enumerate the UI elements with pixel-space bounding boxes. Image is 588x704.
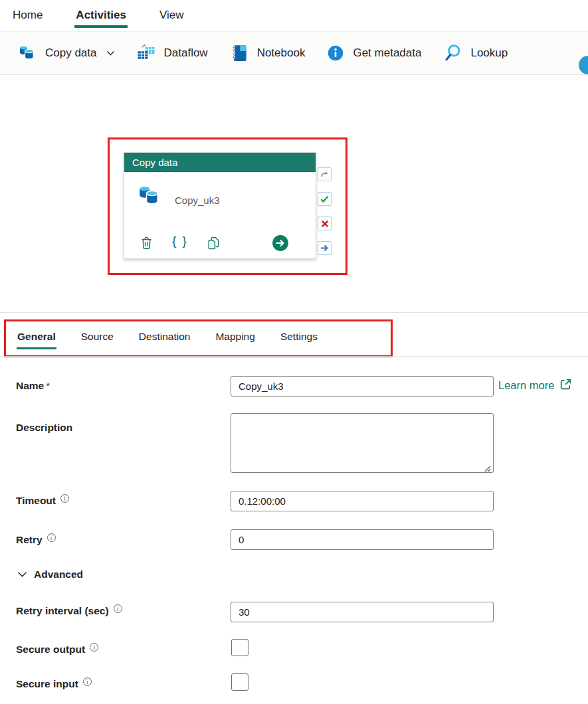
connector-on-skip[interactable] bbox=[318, 167, 332, 181]
secure-input-checkbox[interactable] bbox=[231, 673, 248, 691]
pipeline-canvas[interactable]: Copy data Copy_uk3 bbox=[0, 75, 588, 312]
pipeline-editor: Home Activities View Copy data bbox=[0, 0, 588, 704]
required-marker: * bbox=[46, 380, 50, 391]
tab-settings[interactable]: Settings bbox=[280, 325, 318, 352]
info-icon[interactable]: i bbox=[114, 604, 122, 613]
copy-data-icon bbox=[17, 43, 37, 63]
toolbar-notebook-label: Notebook bbox=[257, 46, 306, 60]
activity-card-title: Copy data bbox=[132, 157, 177, 168]
info-icon[interactable]: i bbox=[47, 533, 56, 542]
duplicate-activity-icon[interactable] bbox=[206, 235, 221, 254]
description-label: Description bbox=[16, 422, 72, 434]
toolbar-notebook-button[interactable]: Notebook bbox=[229, 43, 306, 63]
tab-general[interactable]: General bbox=[17, 325, 56, 352]
activities-toolbar: Copy data Dataflow bbox=[0, 31, 588, 75]
toolbar-lookup-label: Lookup bbox=[470, 46, 508, 60]
menubar: Home Activities View bbox=[0, 0, 588, 31]
copy-data-activity-card[interactable]: Copy data Copy_uk3 bbox=[124, 152, 316, 259]
notebook-icon bbox=[229, 43, 249, 63]
secure-output-label: Secure outputi bbox=[16, 644, 98, 656]
name-field[interactable] bbox=[231, 376, 494, 396]
toolbar-dataflow-label: Dataflow bbox=[164, 46, 208, 60]
secure-input-label: Secure inputi bbox=[16, 678, 92, 690]
chevron-down-icon bbox=[106, 50, 115, 56]
advanced-expander[interactable]: Advanced bbox=[17, 569, 83, 580]
timeout-label: Timeouti bbox=[16, 495, 69, 507]
lookup-icon bbox=[442, 43, 462, 63]
expression-braces-icon[interactable]: { } bbox=[172, 234, 188, 248]
toolbar-get-metadata-button[interactable]: Get metadata bbox=[326, 44, 421, 62]
external-link-icon bbox=[559, 377, 573, 394]
activity-card-header: Copy data bbox=[124, 153, 316, 172]
tab-destination[interactable]: Destination bbox=[138, 325, 191, 352]
retry-label: Retryi bbox=[16, 534, 56, 546]
toolbar-lookup-button[interactable]: Lookup bbox=[442, 43, 508, 63]
timeout-field[interactable] bbox=[231, 491, 494, 511]
activity-card-body: Copy_uk3 { } bbox=[124, 172, 316, 259]
learn-more-label: Learn more bbox=[498, 379, 554, 392]
copy-data-icon bbox=[136, 183, 163, 212]
divider bbox=[0, 312, 588, 313]
learn-more-link[interactable]: Learn more bbox=[498, 377, 573, 394]
dataflow-icon bbox=[136, 43, 156, 63]
activity-connectors bbox=[318, 167, 332, 255]
menu-home[interactable]: Home bbox=[11, 2, 44, 30]
chevron-down-icon bbox=[17, 569, 27, 580]
toolbar-get-metadata-label: Get metadata bbox=[353, 46, 421, 60]
tab-source[interactable]: Source bbox=[80, 325, 114, 352]
connector-on-success[interactable] bbox=[318, 192, 332, 206]
menu-activities[interactable]: Activities bbox=[74, 2, 128, 30]
advanced-label: Advanced bbox=[34, 569, 83, 580]
info-icon[interactable]: i bbox=[90, 643, 98, 652]
partial-toolbar-icon[interactable] bbox=[579, 56, 588, 74]
retry-field[interactable] bbox=[231, 529, 494, 550]
toolbar-copy-data-button[interactable]: Copy data bbox=[17, 43, 115, 63]
properties-tabs: General Source Destination Mapping Setti… bbox=[0, 321, 318, 356]
name-label: Name* bbox=[16, 380, 50, 392]
connector-on-completion[interactable] bbox=[318, 241, 332, 255]
description-field[interactable] bbox=[231, 413, 494, 473]
activity-name-text: Copy_uk3 bbox=[175, 195, 220, 206]
info-icon[interactable]: i bbox=[83, 677, 92, 686]
get-metadata-icon bbox=[326, 44, 345, 62]
info-icon[interactable]: i bbox=[60, 494, 69, 503]
tab-mapping[interactable]: Mapping bbox=[215, 325, 255, 352]
retry-interval-label: Retry interval (sec)i bbox=[16, 605, 122, 617]
retry-interval-field[interactable] bbox=[231, 602, 494, 622]
menu-view[interactable]: View bbox=[158, 2, 185, 30]
delete-activity-icon[interactable] bbox=[139, 235, 154, 254]
secure-output-checkbox[interactable] bbox=[231, 639, 248, 656]
connector-on-fail[interactable] bbox=[318, 217, 332, 230]
toolbar-copy-data-label: Copy data bbox=[45, 46, 97, 60]
divider bbox=[0, 356, 588, 357]
toolbar-dataflow-button[interactable]: Dataflow bbox=[136, 43, 208, 63]
go-to-activity-icon[interactable] bbox=[272, 234, 289, 254]
activity-card-actions: { } bbox=[124, 234, 316, 252]
